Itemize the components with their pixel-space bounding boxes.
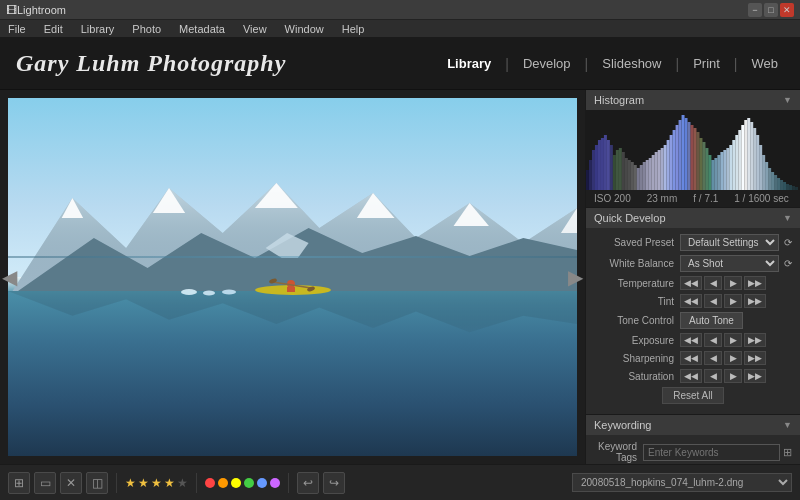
quick-develop-section: Quick Develop ▼ Saved Preset Default Set… bbox=[586, 208, 800, 415]
svg-rect-34 bbox=[625, 158, 628, 190]
compare-button[interactable]: ✕ bbox=[60, 472, 82, 494]
minimize-button[interactable]: − bbox=[748, 3, 762, 17]
prev-arrow[interactable]: ◀ bbox=[2, 265, 17, 289]
color-orange[interactable] bbox=[218, 478, 228, 488]
redo-button[interactable]: ↪ bbox=[323, 472, 345, 494]
quick-develop-header[interactable]: Quick Develop ▼ bbox=[586, 208, 800, 228]
svg-rect-27 bbox=[604, 135, 607, 190]
sharpen-dec-large[interactable]: ◀◀ bbox=[680, 351, 702, 365]
star-3[interactable]: ★ bbox=[151, 476, 162, 490]
separator-1 bbox=[116, 473, 117, 493]
menu-item-photo[interactable]: Photo bbox=[128, 23, 165, 35]
svg-marker-4 bbox=[255, 183, 298, 208]
svg-rect-83 bbox=[771, 172, 774, 190]
saved-preset-row: Saved Preset Default Settings ⟳ bbox=[594, 234, 792, 251]
svg-rect-87 bbox=[783, 182, 786, 190]
auto-tone-button[interactable]: Auto Tone bbox=[680, 312, 743, 329]
star-5[interactable]: ★ bbox=[177, 476, 188, 490]
nav-tab-develop[interactable]: Develop bbox=[517, 52, 577, 75]
nav-tab-web[interactable]: Web bbox=[746, 52, 785, 75]
exposure-inc[interactable]: ▶ bbox=[724, 333, 742, 347]
undo-button[interactable]: ↩ bbox=[297, 472, 319, 494]
exposure-dec[interactable]: ◀ bbox=[704, 333, 722, 347]
exposure-control: ◀◀ ◀ ▶ ▶▶ bbox=[680, 333, 792, 347]
menu-item-library[interactable]: Library bbox=[77, 23, 119, 35]
nav-sep-3: | bbox=[675, 56, 679, 72]
svg-rect-42 bbox=[649, 158, 652, 190]
keywording-label: Keywording bbox=[594, 419, 651, 431]
histogram-header[interactable]: Histogram ▼ bbox=[586, 90, 800, 110]
nav-tab-slideshow[interactable]: Slideshow bbox=[596, 52, 667, 75]
nav-tab-library[interactable]: Library bbox=[441, 52, 497, 75]
svg-rect-66 bbox=[720, 152, 723, 190]
exposure-dec-large[interactable]: ◀◀ bbox=[680, 333, 702, 347]
survey-button[interactable]: ◫ bbox=[86, 472, 108, 494]
star-2[interactable]: ★ bbox=[138, 476, 149, 490]
keyword-expand-icon: ⊞ bbox=[783, 446, 792, 459]
tint-inc-large[interactable]: ▶▶ bbox=[744, 294, 766, 308]
nav-sep-4: | bbox=[734, 56, 738, 72]
ice-chunks bbox=[179, 284, 239, 298]
sat-dec-large[interactable]: ◀◀ bbox=[680, 369, 702, 383]
quick-develop-arrow: ▼ bbox=[783, 213, 792, 223]
sat-inc-large[interactable]: ▶▶ bbox=[744, 369, 766, 383]
tint-dec-large[interactable]: ◀◀ bbox=[680, 294, 702, 308]
tint-inc[interactable]: ▶ bbox=[724, 294, 742, 308]
grid-view-button[interactable]: ⊞ bbox=[8, 472, 30, 494]
loupe-view-button[interactable]: ▭ bbox=[34, 472, 56, 494]
sharpen-inc-large[interactable]: ▶▶ bbox=[744, 351, 766, 365]
color-green[interactable] bbox=[244, 478, 254, 488]
menu-item-edit[interactable]: Edit bbox=[40, 23, 67, 35]
menu-item-metadata[interactable]: Metadata bbox=[175, 23, 229, 35]
sat-dec[interactable]: ◀ bbox=[704, 369, 722, 383]
temp-dec[interactable]: ◀ bbox=[704, 276, 722, 290]
filename-select[interactable]: 20080518_hopkins_074_luhm-2.dng bbox=[572, 473, 792, 492]
app-title: Gary Luhm Photography bbox=[16, 50, 441, 77]
sharpen-inc[interactable]: ▶ bbox=[724, 351, 742, 365]
temp-inc[interactable]: ▶ bbox=[724, 276, 742, 290]
svg-rect-85 bbox=[777, 178, 780, 190]
star-rating[interactable]: ★ ★ ★ ★ ★ bbox=[125, 476, 188, 490]
white-balance-select[interactable]: As Shot bbox=[680, 255, 779, 272]
keyword-tags-input[interactable] bbox=[643, 444, 780, 461]
exposure-inc-large[interactable]: ▶▶ bbox=[744, 333, 766, 347]
tint-dec[interactable]: ◀ bbox=[704, 294, 722, 308]
temp-dec-large[interactable]: ◀◀ bbox=[680, 276, 702, 290]
keyword-tags-label: Keyword Tags bbox=[594, 441, 637, 463]
star-1[interactable]: ★ bbox=[125, 476, 136, 490]
color-red[interactable] bbox=[205, 478, 215, 488]
menu-item-view[interactable]: View bbox=[239, 23, 271, 35]
svg-rect-24 bbox=[595, 145, 598, 190]
saved-preset-select[interactable]: Default Settings bbox=[680, 234, 779, 251]
histogram-section: Histogram ▼ bbox=[586, 90, 800, 208]
svg-rect-48 bbox=[667, 140, 670, 190]
temperature-control: ◀◀ ◀ ▶ ▶▶ bbox=[680, 276, 792, 290]
close-button[interactable]: ✕ bbox=[780, 3, 794, 17]
nav-tab-print[interactable]: Print bbox=[687, 52, 726, 75]
color-purple[interactable] bbox=[270, 478, 280, 488]
keywording-content: Keyword Tags ⊞ AK, glacier bay, home sho… bbox=[586, 435, 800, 464]
keywording-header[interactable]: Keywording ▼ bbox=[586, 415, 800, 435]
title-bar-controls: − □ ✕ bbox=[748, 3, 794, 17]
menu-item-help[interactable]: Help bbox=[338, 23, 369, 35]
reset-all-button[interactable]: Reset All bbox=[662, 387, 723, 404]
water-reflection-svg bbox=[8, 291, 577, 456]
menu-item-file[interactable]: File bbox=[4, 23, 30, 35]
menu-item-window[interactable]: Window bbox=[281, 23, 328, 35]
maximize-button[interactable]: □ bbox=[764, 3, 778, 17]
svg-rect-90 bbox=[792, 186, 795, 190]
sharpening-label: Sharpening bbox=[594, 353, 674, 364]
sat-inc[interactable]: ▶ bbox=[724, 369, 742, 383]
color-blue[interactable] bbox=[257, 478, 267, 488]
svg-rect-59 bbox=[699, 138, 702, 190]
star-4[interactable]: ★ bbox=[164, 476, 175, 490]
sharpen-dec[interactable]: ◀ bbox=[704, 351, 722, 365]
color-yellow[interactable] bbox=[231, 478, 241, 488]
svg-rect-41 bbox=[646, 160, 649, 190]
shutter-info: 1 / 1600 sec bbox=[734, 193, 788, 204]
camera-info: ISO 200 23 mm f / 7.1 1 / 1600 sec bbox=[586, 190, 800, 207]
histogram-canvas bbox=[586, 110, 800, 190]
ice-svg bbox=[179, 284, 239, 296]
next-arrow[interactable]: ▶ bbox=[568, 265, 583, 289]
temp-inc-large[interactable]: ▶▶ bbox=[744, 276, 766, 290]
